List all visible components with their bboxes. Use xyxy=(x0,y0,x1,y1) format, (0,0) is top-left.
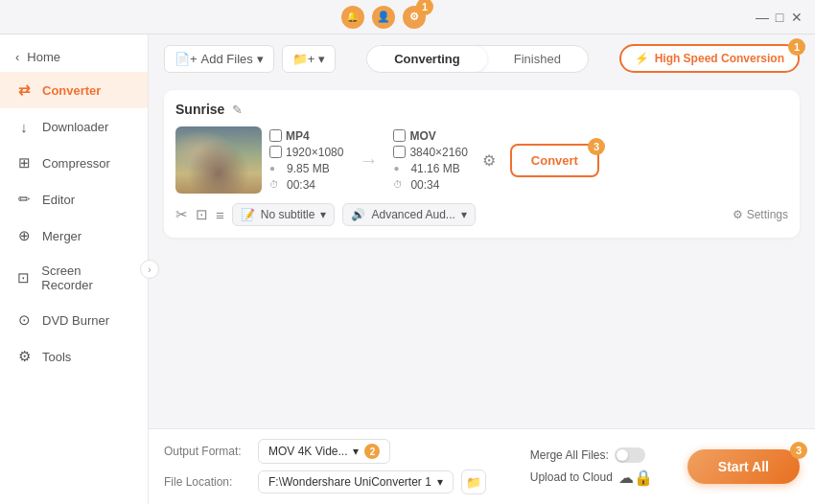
convert-label: Convert xyxy=(531,153,578,168)
settings-gear-small-icon: ⚙ xyxy=(733,208,743,221)
right-options: Merge All Files: Upload to Cloud ☁🔒 xyxy=(530,447,653,487)
upload-cloud-field: Upload to Cloud ☁🔒 xyxy=(530,469,653,487)
sidebar-item-label: Converter xyxy=(42,83,101,98)
tab-finished[interactable]: Finished xyxy=(487,46,588,72)
settings-link-label: Settings xyxy=(747,208,788,221)
target-format-block: MOV 3840×2160 ● 41.16 MB ⏱ 00:34 xyxy=(393,129,467,192)
sidebar-item-converter[interactable]: ⇄ Converter xyxy=(0,72,148,108)
add-file-label: Add Files xyxy=(201,52,253,66)
bottom-fields: Output Format: MOV 4K Vide... ▾ 2 File L… xyxy=(164,439,496,494)
source-format-checkbox[interactable] xyxy=(269,129,282,142)
file-row: MP4 1920×1080 ● 9.85 MB ⏱ 00:34 xyxy=(175,126,788,194)
top-badge: 1 xyxy=(416,0,433,15)
effects-icon[interactable]: ≡ xyxy=(216,207,224,223)
source-format-row: MP4 xyxy=(269,129,343,143)
tab-converting[interactable]: Converting xyxy=(367,46,487,72)
toolbar-badge: 1 xyxy=(788,38,805,56)
chevron-down-icon: ▾ xyxy=(257,52,264,66)
chevron-left-icon: ‹ xyxy=(15,50,19,64)
upload-label: Upload to Cloud xyxy=(530,470,613,484)
add-file-button[interactable]: 📄+ Add Files ▾ xyxy=(164,45,274,73)
sidebar-item-editor[interactable]: ✏ Editor xyxy=(0,181,148,218)
cut-icon[interactable]: ✂ xyxy=(175,206,188,223)
settings-top-btn[interactable]: ⚙ 1 xyxy=(403,6,426,29)
sidebar-item-label: Screen Recorder xyxy=(41,263,132,292)
source-resolution-row: 1920×1080 xyxy=(269,146,343,159)
source-duration: 00:34 xyxy=(287,178,315,192)
source-size: 9.85 MB xyxy=(287,162,330,175)
sidebar-item-tools[interactable]: ⚙ Tools xyxy=(0,338,148,375)
cloud-icon[interactable]: ☁🔒 xyxy=(618,469,653,487)
toggle-knob xyxy=(617,449,628,461)
file-location-value: F:\Wondershare UniConverter 1 xyxy=(268,475,431,489)
edit-icon[interactable]: ✎ xyxy=(232,103,243,117)
add-folder-button[interactable]: 📁+ ▾ xyxy=(282,45,337,73)
home-label: Home xyxy=(27,50,60,64)
audio-label: Advanced Aud... xyxy=(371,208,454,221)
target-duration-row: ⏱ 00:34 xyxy=(393,178,467,192)
maximize-button[interactable]: □ xyxy=(773,11,786,24)
downloader-icon: ↓ xyxy=(15,118,33,135)
file-tools: ✂ ⊡ ≡ 📝 No subtitle ▾ 🔊 Advanced Aud... … xyxy=(175,203,788,226)
lightning-icon: ⚡ xyxy=(635,52,649,65)
sidebar-item-merger[interactable]: ⊕ Merger xyxy=(0,218,148,254)
subtitle-label: No subtitle xyxy=(261,208,315,221)
sidebar-item-downloader[interactable]: ↓ Downloader xyxy=(0,108,148,145)
target-resolution: 3840×2160 xyxy=(409,146,467,159)
source-duration-row: ⏱ 00:34 xyxy=(269,178,343,192)
target-size-row: ● 41.16 MB xyxy=(393,162,467,175)
target-format-checkbox[interactable] xyxy=(393,129,406,142)
profile-btn[interactable]: 👤 xyxy=(372,6,395,29)
audio-icon: 🔊 xyxy=(351,208,365,221)
thumbnail-inner xyxy=(175,126,262,194)
output-format-field: Output Format: MOV 4K Vide... ▾ 2 xyxy=(164,439,496,464)
high-speed-button[interactable]: ⚡ High Speed Conversion 1 xyxy=(619,44,800,73)
tools-icon: ⚙ xyxy=(15,348,33,365)
close-button[interactable]: ✕ xyxy=(790,11,803,24)
folder-icon: 📁 xyxy=(466,475,481,490)
audio-chevron: ▾ xyxy=(461,208,467,221)
screen-recorder-icon: ⊡ xyxy=(15,269,32,286)
start-all-badge: 3 xyxy=(790,442,807,459)
titlebar-icons: 🔔 👤 ⚙ 1 xyxy=(341,6,426,29)
target-resolution-checkbox[interactable] xyxy=(393,146,406,158)
target-format: MOV xyxy=(409,129,435,143)
start-all-button[interactable]: Start All 3 xyxy=(687,449,800,484)
file-location-label: File Location: xyxy=(164,475,250,489)
settings-link[interactable]: ⚙ Settings xyxy=(733,208,788,221)
settings-gear-btn[interactable]: ⚙ xyxy=(476,147,502,173)
subtitle-select[interactable]: 📝 No subtitle ▾ xyxy=(232,203,336,226)
output-format-label: Output Format: xyxy=(164,445,250,458)
bottom-bar: Output Format: MOV 4K Vide... ▾ 2 File L… xyxy=(149,428,815,504)
sidebar-collapse-btn[interactable]: › xyxy=(140,260,159,279)
minimize-button[interactable]: — xyxy=(756,11,769,24)
notification-btn[interactable]: 🔔 xyxy=(341,6,364,29)
sidebar-item-dvd-burner[interactable]: ⊙ DVD Burner xyxy=(0,302,148,338)
target-size: 41.16 MB xyxy=(410,162,459,175)
target-resolution-row: 3840×2160 xyxy=(393,146,467,159)
app-body: ‹ Home ⇄ Converter ↓ Downloader ⊞ Compre… xyxy=(0,34,815,504)
merge-all-field: Merge All Files: xyxy=(530,447,653,463)
sidebar-item-label: Merger xyxy=(42,229,82,243)
source-resolution-checkbox[interactable] xyxy=(269,146,282,158)
output-format-chevron: ▾ xyxy=(353,445,359,458)
merge-toggle[interactable] xyxy=(615,447,645,463)
audio-select[interactable]: 🔊 Advanced Aud... ▾ xyxy=(342,203,475,226)
source-resolution: 1920×1080 xyxy=(286,146,343,159)
browse-folder-button[interactable]: 📁 xyxy=(461,470,486,494)
tab-group: Converting Finished xyxy=(366,45,589,73)
output-format-select[interactable]: MOV 4K Vide... ▾ 2 xyxy=(258,439,390,464)
merge-label: Merge All Files: xyxy=(530,448,609,462)
file-title: Sunrise xyxy=(175,102,224,117)
sidebar-item-compressor[interactable]: ⊞ Compressor xyxy=(0,145,148,181)
file-header: Sunrise ✎ xyxy=(175,102,788,117)
output-format-badge: 2 xyxy=(364,444,380,459)
sidebar-item-label: DVD Burner xyxy=(42,313,109,328)
sidebar-home[interactable]: ‹ Home xyxy=(0,42,148,72)
crop-icon[interactable]: ⊡ xyxy=(196,206,208,223)
convert-button[interactable]: Convert 3 xyxy=(510,144,599,177)
toolbar: 📄+ Add Files ▾ 📁+ ▾ Converting Finished … xyxy=(149,34,815,82)
sidebar-item-screen-recorder[interactable]: ⊡ Screen Recorder xyxy=(0,254,148,302)
sidebar-item-label: Editor xyxy=(42,193,75,207)
file-location-select[interactable]: F:\Wondershare UniConverter 1 ▾ xyxy=(258,470,454,493)
